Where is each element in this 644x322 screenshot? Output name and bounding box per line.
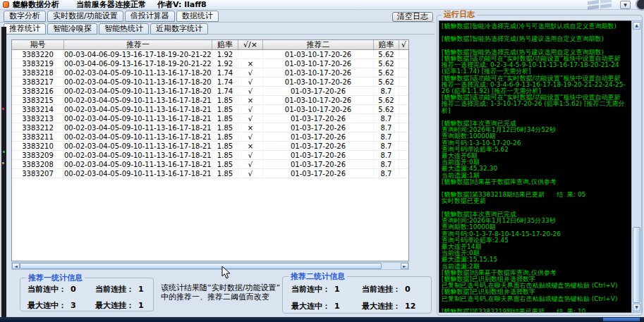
app-icon <box>3 1 9 8</box>
table-cell: √ <box>238 132 263 141</box>
title-bar: 貔貅数据分析 当前服务器连接正常 作者V: llaff8 ▼ <box>0 0 644 10</box>
table-cell: 01-03-17-20-26 <box>263 169 374 178</box>
table-cell <box>399 151 408 159</box>
table-row[interactable]: 338321100-02-03-04-05-09-10-11-13-16-17-… <box>12 132 408 142</box>
rec2-stats-groupbox: 推荐二统计信息 当前连中：1 当前连挂：0 最大连中：1 最大连挂：12 <box>282 276 432 314</box>
desktop-edge-left <box>0 27 6 317</box>
table-cell: 00-02-03-04-05-09-10-11-13-16-17-18-21-2… <box>64 123 212 132</box>
table-cell <box>399 50 408 58</box>
table-cell: 8.7 <box>374 142 399 150</box>
sub-tab-0[interactable]: 推荐统计 <box>4 23 46 35</box>
table-cell: 3383208 <box>12 160 64 168</box>
table-cell <box>238 50 263 58</box>
table-cell: 00-02-03-04-05-09-10-11-13-16-17-18-21-2… <box>64 160 212 168</box>
taskbar-edge <box>0 317 644 322</box>
table-cell <box>399 96 408 104</box>
table-cell: 5.62 <box>374 96 399 104</box>
scroll-down-button[interactable]: ▼ <box>633 304 640 311</box>
table-cell: × <box>238 96 263 104</box>
table-row[interactable]: 338320900-02-03-04-05-09-10-11-13-16-17-… <box>12 151 408 160</box>
main-tab-0[interactable]: 数字分析 <box>4 11 46 22</box>
run-log-groupbox: 运行日志 [貔貅数据]智能冷选择完成(冷号可选用默认或自定义查询期数) [貔貅数… <box>437 15 643 316</box>
column-header-5[interactable]: 赔率 <box>374 40 399 49</box>
scroll-right-button[interactable]: ► <box>401 263 408 269</box>
table-cell: 1.92 <box>212 59 238 68</box>
table-cell: 00-02-03-04-05-09-10-11-13-16-17-18-20-2… <box>64 68 212 77</box>
table-cell: 01-03-17-20-26 <box>263 151 374 159</box>
sub-tab-1[interactable]: 智能冷嗅探 <box>47 23 97 35</box>
mouse-cursor <box>221 266 231 279</box>
table-cell: 1.92 <box>212 50 238 58</box>
table-row[interactable]: 338320700-02-03-04-05-09-10-11-13-16-17-… <box>12 169 408 178</box>
column-header-4[interactable]: 推荐二 <box>263 40 374 49</box>
scroll-up-button[interactable]: ▲ <box>633 22 640 30</box>
table-cell: 00-02-03-04-05-09-10-11-13-16-17-18-21-2… <box>64 169 212 178</box>
table-cell: 8.7 <box>374 132 399 141</box>
table-row[interactable]: 338321300-02-03-04-05-09-10-11-13-16-17-… <box>12 114 408 123</box>
stat-max-miss: 最大连挂：1 <box>95 300 144 311</box>
table-row[interactable]: 338321200-02-03-04-05-09-10-11-13-16-17-… <box>12 123 408 132</box>
table-cell: 3383207 <box>12 169 64 178</box>
clear-log-button[interactable]: 清空日志 <box>392 12 433 22</box>
table-cell <box>399 59 408 68</box>
table-cell: 01-03-10-17-20-26 <box>263 50 374 58</box>
rec2-stats-title: 推荐二统计信息 <box>288 272 347 281</box>
table-cell: 1.85 <box>212 169 238 178</box>
table-cell: √ <box>238 151 263 159</box>
table-cell: 3383218 <box>12 68 64 77</box>
table-cell: 1.85 <box>212 151 238 159</box>
vertical-scrollbar-thumb[interactable] <box>633 227 640 303</box>
chevron-down-button[interactable]: ▼ <box>620 1 631 9</box>
table-cell <box>399 105 408 113</box>
table-cell: 8.7 <box>374 160 399 168</box>
table-row[interactable]: 338321000-02-03-04-05-09-10-11-13-16-17-… <box>12 142 408 151</box>
rec1-stats-groupbox: 推荐一统计信息 当前连中：0 当前连挂：1 最大连中：3 最大连挂：1 <box>20 278 154 311</box>
horizontal-scrollbar[interactable]: ◄ ► <box>11 262 409 270</box>
table-cell <box>399 169 408 178</box>
taskbar-highlight <box>603 318 640 321</box>
table-cell: 8.7 <box>374 114 399 123</box>
table-row[interactable]: 338322000-03-04-06-09-13-16-17-18-19-20-… <box>12 50 408 59</box>
stat-max-hit: 最大连中：3 <box>28 300 76 311</box>
scroll-left-button[interactable]: ◄ <box>12 263 20 269</box>
column-header-2[interactable]: 赔率 <box>212 40 238 49</box>
horizontal-scrollbar-thumb[interactable] <box>20 263 382 269</box>
table-cell: √ <box>238 87 263 95</box>
table-row[interactable]: 338321400-02-03-04-05-09-10-11-13-16-17-… <box>12 105 408 114</box>
table-row[interactable]: 338321600-02-03-04-05-09-10-11-13-16-17-… <box>12 87 408 96</box>
table-cell: 8.7 <box>374 169 399 178</box>
table-row[interactable]: 338321700-02-03-04-05-09-10-11-13-16-17-… <box>12 78 408 87</box>
author-label: 作者V: llaff8 <box>157 0 207 10</box>
table-row[interactable]: 338321500-02-03-04-05-09-10-11-13-16-17-… <box>12 96 408 105</box>
table-cell: 3383217 <box>12 78 64 86</box>
stat-max-miss: 最大连挂：12 <box>362 301 415 311</box>
vertical-scrollbar[interactable]: ▲ ▼ <box>631 20 642 313</box>
main-tab-2[interactable]: 倍投计算器 <box>125 11 175 22</box>
sub-tab-2[interactable]: 智能热统计 <box>99 23 149 35</box>
table-row[interactable]: 338320800-02-03-04-05-09-10-11-13-16-17-… <box>12 160 408 169</box>
sub-tab-3[interactable]: 近期数字统计 <box>150 23 208 35</box>
table-row[interactable]: 338321900-03-04-06-09-13-16-17-18-19-20-… <box>12 59 408 68</box>
rec1-stats-title: 推荐一统计信息 <box>26 273 85 283</box>
main-tab-1[interactable]: 实时数据/功能设置 <box>47 11 123 22</box>
table-cell: 01-03-10-17-20-26 <box>263 105 374 113</box>
column-header-6[interactable]: √ <box>399 40 408 49</box>
table-cell: 3383214 <box>12 105 64 113</box>
main-tab-3[interactable]: 数据统计 <box>176 11 219 22</box>
log-text: [貔貅数据]智能冷选择完成(冷号可选用默认或自定义查询期数) [貔貅数据]智能热… <box>442 23 629 313</box>
table-cell: 1.74 <box>212 68 238 77</box>
table-cell: 1.85 <box>212 105 238 113</box>
table-cell: 00-03-04-06-09-13-16-17-18-19-20-21-22-2… <box>64 59 212 68</box>
column-header-3[interactable]: √/× <box>238 40 263 49</box>
table-cell: 00-02-03-04-05-09-10-11-13-16-17-18-21-2… <box>64 151 212 159</box>
table-cell <box>399 123 408 132</box>
run-log-title: 运行日志 <box>442 10 477 19</box>
table-cell: 1.85 <box>212 96 238 104</box>
column-header-1[interactable]: 推荐一 <box>64 40 212 49</box>
stat-current-miss: 当前连挂：0 <box>362 284 411 295</box>
table-cell: 1.74 <box>212 78 238 86</box>
table-cell: 8.7 <box>374 123 399 132</box>
table-row[interactable]: 338321800-02-03-04-05-09-10-11-13-16-17-… <box>12 68 408 78</box>
column-header-0[interactable]: 期号 <box>12 40 64 49</box>
table-cell <box>399 132 408 141</box>
